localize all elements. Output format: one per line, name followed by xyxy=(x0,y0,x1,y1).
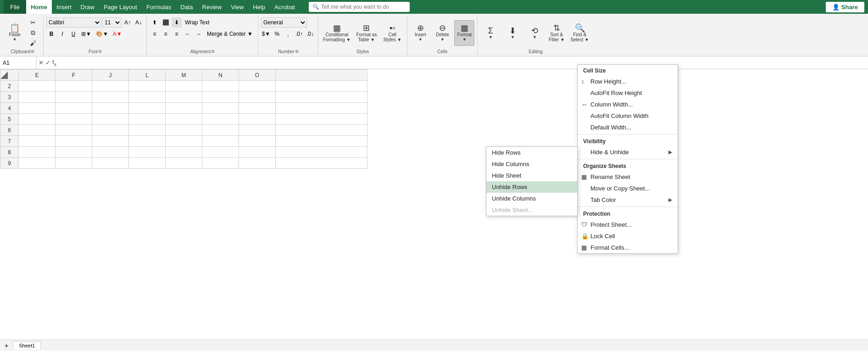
cell-m8[interactable] xyxy=(166,147,202,158)
cell-l7[interactable] xyxy=(129,136,166,147)
col-header-e[interactable]: E xyxy=(19,70,56,81)
nav-help[interactable]: Help xyxy=(248,0,270,14)
column-width-item[interactable]: ↔ Column Width... xyxy=(578,99,678,110)
row-height-item[interactable]: ↕ Row Height... xyxy=(578,76,678,87)
format-cells-item[interactable]: ▦ Format Cells... xyxy=(578,242,678,253)
cell-n3[interactable] xyxy=(202,92,239,103)
clipboard-expand-icon[interactable]: ⧉ xyxy=(31,49,34,54)
cell-o9[interactable] xyxy=(239,158,276,169)
fill-button[interactable]: ⬇ ▼ xyxy=(502,20,523,46)
fill-color-button[interactable]: 🎨▼ xyxy=(94,30,110,38)
hide-unhide-item[interactable]: Hide & Unhide ▶ Hide Rows Hide Columns H… xyxy=(578,146,678,158)
conditional-formatting-button[interactable]: ▦ Conditional Formatting ▼ xyxy=(321,20,352,46)
col-header-o[interactable]: O xyxy=(239,70,276,81)
insert-button[interactable]: ⊕ Insert ▼ xyxy=(410,20,430,46)
align-left-button[interactable]: ≡ xyxy=(150,29,160,39)
cell-l8[interactable] xyxy=(129,147,166,158)
nav-formulas[interactable]: Formulas xyxy=(142,0,176,14)
cell-f3[interactable] xyxy=(56,92,92,103)
cell-o5[interactable] xyxy=(239,114,276,125)
cell-m2[interactable] xyxy=(166,81,202,92)
decrease-font-button[interactable]: A↓ xyxy=(134,17,144,28)
cell-j8[interactable] xyxy=(92,147,129,158)
format-button[interactable]: ▦ Format ▼ xyxy=(454,20,474,46)
comma-button[interactable]: , xyxy=(283,29,293,39)
cell-o8[interactable] xyxy=(239,147,276,158)
delete-button[interactable]: ⊖ Delete ▼ xyxy=(432,20,452,46)
merge-center-button[interactable]: Merge & Center ▼ xyxy=(205,29,255,39)
cell-e5[interactable] xyxy=(19,114,56,125)
format-painter-button[interactable]: 🖌 xyxy=(26,39,40,48)
col-header-extra[interactable] xyxy=(276,70,367,81)
cut-button[interactable]: ✂ xyxy=(26,18,40,27)
cell-f2[interactable] xyxy=(56,81,92,92)
autosum-button[interactable]: Σ ▼ xyxy=(480,20,501,46)
name-box[interactable]: A1 xyxy=(0,56,37,69)
cell-l3[interactable] xyxy=(129,92,166,103)
nav-pagelayout[interactable]: Page Layout xyxy=(99,0,142,14)
cell-e2[interactable] xyxy=(19,81,56,92)
unhide-rows-item[interactable]: Unhide Rows xyxy=(486,181,577,193)
tab-color-item[interactable]: Tab Color ▶ xyxy=(578,194,678,206)
cell-e8[interactable] xyxy=(19,147,56,158)
file-tab[interactable]: File xyxy=(4,0,26,14)
cell-extra2[interactable] xyxy=(276,81,367,92)
sheet-tab-1[interactable]: Sheet1 xyxy=(13,341,41,349)
align-center-button[interactable]: ≡ xyxy=(161,29,171,39)
col-header-n[interactable]: N xyxy=(202,70,239,81)
cell-extra3[interactable] xyxy=(276,92,367,103)
cell-styles-button[interactable]: ▪▫ Cell Styles ▼ xyxy=(380,20,404,46)
cell-n8[interactable] xyxy=(202,147,239,158)
cell-l5[interactable] xyxy=(129,114,166,125)
clear-button[interactable]: ⟲ ▼ xyxy=(524,20,545,46)
cell-extra5[interactable] xyxy=(276,114,367,125)
search-bar[interactable]: 🔍 xyxy=(309,2,410,12)
italic-button[interactable]: I xyxy=(57,29,67,39)
font-color-button[interactable]: A▼ xyxy=(111,30,124,38)
search-input[interactable] xyxy=(321,4,406,10)
indent-increase-button[interactable]: → xyxy=(194,29,204,39)
cell-extra6[interactable] xyxy=(276,125,367,136)
align-bottom-button[interactable]: ⬇ xyxy=(172,17,182,28)
insert-function-icon[interactable]: fx xyxy=(52,59,56,67)
add-sheet-button[interactable]: + xyxy=(2,341,11,350)
unhide-sheet-item[interactable]: Unhide Sheet... xyxy=(486,204,577,216)
cell-o2[interactable] xyxy=(239,81,276,92)
lock-cell-item[interactable]: 🔒 Lock Cell xyxy=(578,230,678,242)
cell-j7[interactable] xyxy=(92,136,129,147)
border-dropdown-button[interactable]: ⊞▼ xyxy=(79,30,93,38)
number-expand-icon[interactable]: ⧉ xyxy=(295,49,298,54)
cell-l2[interactable] xyxy=(129,81,166,92)
cell-m4[interactable] xyxy=(166,103,202,114)
cell-e9[interactable] xyxy=(19,158,56,169)
cell-o3[interactable] xyxy=(239,92,276,103)
increase-decimal-button[interactable]: .0↑ xyxy=(294,29,304,39)
indent-decrease-button[interactable]: ← xyxy=(183,29,193,39)
cell-f6[interactable] xyxy=(56,125,92,136)
wrap-text-button[interactable]: Wrap Text xyxy=(183,17,212,28)
col-header-f[interactable]: F xyxy=(56,70,92,81)
cell-extra8[interactable] xyxy=(276,147,367,158)
col-header-m[interactable]: M xyxy=(166,70,202,81)
cell-j3[interactable] xyxy=(92,92,129,103)
cell-o4[interactable] xyxy=(239,103,276,114)
hide-rows-item[interactable]: Hide Rows xyxy=(486,147,577,158)
align-right-button[interactable]: ≡ xyxy=(172,29,182,39)
nav-data[interactable]: Data xyxy=(176,0,197,14)
cell-f7[interactable] xyxy=(56,136,92,147)
formula-input[interactable] xyxy=(58,60,868,66)
decrease-decimal-button[interactable]: .0↓ xyxy=(305,29,315,39)
share-button[interactable]: 👤 Share xyxy=(826,2,864,12)
cell-j5[interactable] xyxy=(92,114,129,125)
cell-n6[interactable] xyxy=(202,125,239,136)
cell-m7[interactable] xyxy=(166,136,202,147)
font-expand-icon[interactable]: ⧉ xyxy=(99,49,101,54)
cell-l9[interactable] xyxy=(129,158,166,169)
percent-button[interactable]: % xyxy=(272,29,282,39)
currency-button[interactable]: $▼ xyxy=(261,29,271,39)
unhide-columns-item[interactable]: Unhide Columns xyxy=(486,193,577,204)
cell-extra9[interactable] xyxy=(276,158,367,169)
cell-m5[interactable] xyxy=(166,114,202,125)
sort-filter-button[interactable]: ⇅ Sort & Filter ▼ xyxy=(546,20,567,46)
nav-insert[interactable]: Insert xyxy=(52,0,76,14)
